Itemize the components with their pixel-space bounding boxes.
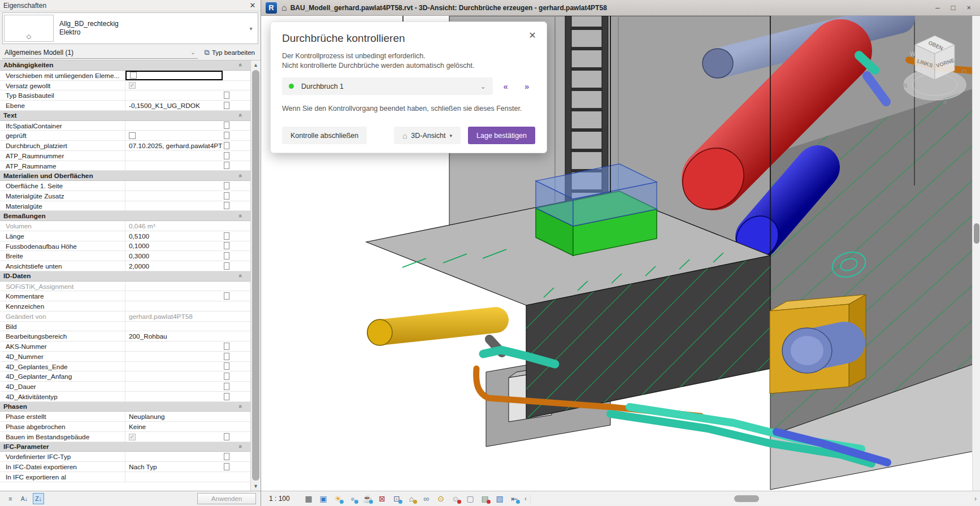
locked-3d-view-icon[interactable]: ⌂ xyxy=(405,492,418,505)
collapse-section-icon[interactable]: « xyxy=(237,174,244,178)
finish-control-button[interactable]: Kontrolle abschließen xyxy=(282,127,367,144)
associate-parameter-button[interactable] xyxy=(224,92,229,99)
property-value[interactable] xyxy=(125,341,223,351)
property-section-header[interactable]: Abhängigkeiten« xyxy=(0,60,250,71)
visual-style-icon[interactable]: ▣ xyxy=(316,492,330,505)
associate-parameter-button[interactable] xyxy=(224,192,229,200)
scroll-up-icon[interactable]: ▲ xyxy=(251,60,261,70)
maximize-button[interactable]: □ xyxy=(951,3,956,12)
property-value[interactable] xyxy=(125,472,223,482)
property-value[interactable] xyxy=(125,181,223,191)
yellow-pipe[interactable] xyxy=(380,320,496,332)
associate-parameter-button[interactable] xyxy=(224,152,229,159)
temporary-hide-isolate-icon[interactable]: ∞ xyxy=(419,492,433,505)
property-value[interactable] xyxy=(125,121,223,131)
temporary-view-properties-icon[interactable]: ▢ xyxy=(463,492,477,505)
associate-parameter-button[interactable] xyxy=(224,232,229,240)
yellow-duct-box[interactable] xyxy=(770,295,866,393)
analytical-model-icon[interactable]: ▤ xyxy=(478,492,492,505)
worksharing-display-icon[interactable]: ☺ xyxy=(449,492,462,505)
property-section-header[interactable]: ID-Daten« xyxy=(0,271,250,282)
collapse-section-icon[interactable]: « xyxy=(237,63,244,67)
confirm-position-button[interactable]: Lage bestätigen xyxy=(468,127,535,144)
home-icon[interactable]: ⌂ xyxy=(281,3,287,13)
associate-parameter-button[interactable] xyxy=(224,453,229,460)
viewport-horizontal-scrollbar[interactable] xyxy=(530,495,971,503)
edit-type-button[interactable]: ⧉ Typ bearbeiten xyxy=(201,47,258,58)
type-selector[interactable]: ◇ Allg_BD_rechteckig Elektro ▾ xyxy=(2,12,258,44)
associate-parameter-button[interactable] xyxy=(224,242,229,249)
property-value[interactable]: 2,0000 xyxy=(125,261,223,271)
property-value[interactable]: Keine xyxy=(125,422,223,431)
collapse-section-icon[interactable]: « xyxy=(237,445,244,448)
durchbruch-highlight[interactable] xyxy=(536,164,657,256)
collapse-section-icon[interactable]: « xyxy=(237,405,244,408)
detail-level-icon[interactable]: ▦ xyxy=(302,492,315,505)
collapse-section-icon[interactable]: « xyxy=(237,114,244,117)
property-section-header[interactable]: Text« xyxy=(0,111,250,121)
associate-parameter-button[interactable] xyxy=(224,182,229,189)
property-value[interactable] xyxy=(125,382,223,391)
associate-parameter-button[interactable] xyxy=(224,373,229,380)
close-button[interactable]: × xyxy=(966,3,971,12)
crop-view-icon[interactable]: ⊠ xyxy=(375,492,389,505)
property-value[interactable] xyxy=(125,90,223,100)
scroll-down-icon[interactable]: ▼ xyxy=(251,482,261,491)
associate-parameter-button[interactable] xyxy=(224,383,229,390)
scrollbar-thumb[interactable] xyxy=(252,70,259,481)
property-value[interactable] xyxy=(125,291,223,301)
property-value[interactable] xyxy=(125,371,223,381)
associate-parameter-button[interactable] xyxy=(224,122,229,129)
property-value[interactable] xyxy=(125,71,223,80)
next-durchbruch-button[interactable]: » xyxy=(518,81,535,91)
scale-button[interactable]: 1 : 100 xyxy=(269,495,302,503)
associate-parameter-button[interactable] xyxy=(224,142,229,149)
viewport-vertical-scrollbar[interactable] xyxy=(972,16,980,491)
property-value[interactable] xyxy=(125,362,223,371)
sort-ascending-icon[interactable]: A↓ xyxy=(19,493,30,504)
shadows-icon[interactable]: ● xyxy=(346,492,359,505)
checkbox[interactable] xyxy=(130,72,137,79)
associate-parameter-button[interactable] xyxy=(224,162,229,169)
property-value[interactable] xyxy=(125,282,223,291)
chevron-down-icon[interactable]: ▾ xyxy=(245,25,257,32)
arrange-properties-icon[interactable]: ≡ xyxy=(5,493,16,504)
viewcube[interactable]: N O S W OBEN LINKS VORNE xyxy=(902,30,970,112)
3d-viewport[interactable]: N O S W OBEN LINKS VORNE ✕ Durchbrüche k… xyxy=(261,16,980,491)
property-value[interactable]: 07.10.2025, gerhard.pawlat4PT58 xyxy=(125,141,223,150)
property-value[interactable] xyxy=(125,392,223,401)
associate-parameter-button[interactable] xyxy=(224,262,229,270)
property-value[interactable] xyxy=(125,301,223,311)
associate-parameter-button[interactable] xyxy=(224,202,229,209)
property-value[interactable]: 0,5100 xyxy=(125,231,223,241)
property-value[interactable]: ✓ xyxy=(125,81,223,90)
reveal-hidden-elements-icon[interactable]: ⊙ xyxy=(434,492,448,505)
selection-filter-dropdown[interactable]: Allgemeines Modell (1) ⌄ xyxy=(2,46,198,59)
property-value[interactable]: gerhard.pawlat4PT58 xyxy=(125,312,223,321)
property-value[interactable]: -0,1500_K1_UG_RDOK xyxy=(125,101,223,110)
associate-parameter-button[interactable] xyxy=(224,252,229,260)
property-value[interactable] xyxy=(125,352,223,361)
associate-parameter-button[interactable] xyxy=(224,353,229,360)
revit-logo-icon[interactable]: R xyxy=(266,2,277,14)
property-value[interactable]: 200_Rohbau xyxy=(125,331,223,341)
property-value[interactable] xyxy=(125,201,223,211)
scroll-right-icon[interactable]: › xyxy=(971,495,980,503)
durchbruch-dropdown[interactable]: Durchbruch 1 ⌄ xyxy=(282,77,493,95)
associate-parameter-button[interactable] xyxy=(224,132,229,139)
property-value[interactable]: 0,1000 xyxy=(125,241,223,251)
associate-parameter-button[interactable] xyxy=(224,393,229,400)
associate-parameter-button[interactable] xyxy=(224,362,229,370)
rendering-dialog-icon[interactable]: ☕ xyxy=(361,492,374,505)
apply-button[interactable]: Anwenden xyxy=(197,493,256,504)
properties-panel-titlebar[interactable]: Eigenschaften ✕ xyxy=(0,0,261,11)
scroll-left-icon[interactable]: ‹ xyxy=(521,495,530,503)
displaced-elements-icon[interactable]: ▧ xyxy=(493,492,506,505)
associate-parameter-button[interactable] xyxy=(224,292,229,300)
associate-parameter-button[interactable] xyxy=(224,433,229,440)
scrollbar-thumb[interactable] xyxy=(734,495,759,502)
show-crop-region-icon[interactable]: ⊡ xyxy=(390,492,404,505)
collapse-section-icon[interactable]: « xyxy=(237,274,244,278)
property-value[interactable] xyxy=(125,452,223,461)
property-value[interactable] xyxy=(125,131,223,140)
